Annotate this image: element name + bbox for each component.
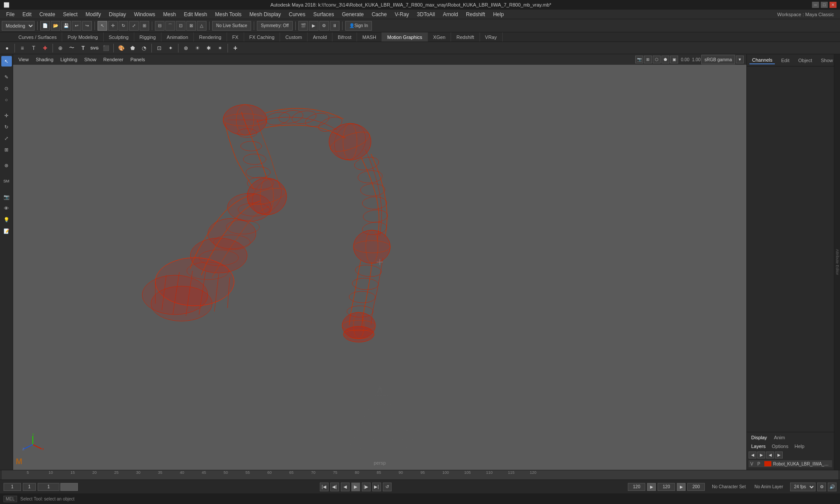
max-frame-btn[interactable]: ▶ [677, 483, 686, 491]
start-frame-input[interactable] [4, 483, 21, 491]
redo-btn[interactable]: ↪ [82, 21, 92, 31]
camera-btn[interactable]: 📷 [1, 192, 12, 202]
menu-edit[interactable]: Edit [19, 10, 35, 18]
select-tool-btn[interactable]: ↖ [98, 21, 107, 31]
tab-poly-modeling[interactable]: Poly Modeling [62, 32, 103, 42]
ipr-btn[interactable]: ▶ [309, 21, 318, 31]
minimize-button[interactable]: ─ [812, 2, 819, 8]
fps-dropdown[interactable]: 24 fps [790, 483, 816, 491]
rotate-btn[interactable]: ↻ [1, 122, 12, 132]
vp-solid-btn[interactable]: ⬟ [662, 56, 669, 63]
timeline-area[interactable]: 5 10 15 20 25 30 35 40 45 50 55 60 65 70… [0, 470, 840, 480]
menu-create[interactable]: Create [36, 10, 59, 18]
view-btn[interactable]: 👁 [1, 203, 12, 214]
play-back-btn[interactable]: ◀ [341, 483, 350, 491]
shelf-target[interactable]: ⊗ [181, 43, 191, 53]
menu-mesh-tools[interactable]: Mesh Tools [212, 10, 245, 18]
pause-btn[interactable]: ⏸ [330, 21, 340, 31]
layer-nav-btn1[interactable]: ◀ [749, 452, 756, 458]
layer-nav-btn3[interactable]: ◀ [766, 452, 774, 458]
shelf-fx1[interactable]: ✱ [203, 43, 214, 53]
loop-btn[interactable]: ↺ [383, 483, 392, 491]
tab-arnold[interactable]: Arnold [308, 32, 332, 42]
rs-tab-object[interactable]: Object [795, 57, 815, 64]
vp-grid-btn[interactable]: ⊞ [644, 56, 652, 63]
layers-sub-tab[interactable]: Layers [749, 443, 768, 450]
rs-tab-show[interactable]: Show [818, 57, 836, 64]
shelf-sphere[interactable]: ⊕ [55, 43, 66, 53]
transform-tool-btn[interactable]: ⊞ [140, 21, 149, 31]
display-tab[interactable]: Display [749, 434, 770, 441]
render-settings-btn[interactable]: ⚙ [319, 21, 329, 31]
sign-in-btn[interactable]: 👤 Sign In [345, 21, 372, 31]
shelf-text[interactable]: T [78, 43, 88, 53]
viewport[interactable]: View Shading Lighting Show Renderer Pane… [13, 54, 746, 470]
menu-display[interactable]: Display [105, 10, 130, 18]
snap-view-btn[interactable]: ⊠ [186, 21, 196, 31]
scale-tool-btn[interactable]: ⤢ [129, 21, 139, 31]
close-button[interactable]: ✕ [830, 2, 836, 8]
shelf-light2[interactable]: ✦ [165, 43, 176, 53]
no-live-surface-btn[interactable]: No Live Surface [212, 21, 251, 31]
skip-to-end-btn[interactable]: ▶| [372, 483, 381, 491]
scale-btn[interactable]: ⤢ [1, 133, 12, 144]
tab-animation[interactable]: Animation [161, 32, 194, 42]
tab-fx[interactable]: FX [227, 32, 244, 42]
vp-cam-btn[interactable]: 📷 [635, 56, 643, 63]
new-scene-btn[interactable]: 📄 [40, 21, 50, 31]
open-btn[interactable]: 📂 [51, 21, 60, 31]
rotate-tool-btn[interactable]: ↻ [119, 21, 128, 31]
undo-btn[interactable]: ↩ [72, 21, 81, 31]
menu-help[interactable]: Help [490, 10, 508, 18]
lasso-btn[interactable]: ○ [1, 94, 12, 105]
shelf-fx2[interactable]: ✶ [215, 43, 225, 53]
frame-range-btn[interactable]: ▶ [647, 483, 656, 491]
shelf-wave[interactable]: 〜 [66, 43, 77, 53]
vp-wire-btn[interactable]: ⬡ [653, 56, 661, 63]
universal-btn[interactable]: ⊞ [1, 144, 12, 155]
save-btn[interactable]: 💾 [61, 21, 71, 31]
tab-xgen[interactable]: XGen [428, 32, 451, 42]
tab-bifrost[interactable]: Bifrost [332, 32, 357, 42]
play-forward-btn[interactable]: ▶ [351, 483, 360, 491]
vp-colorspace-dropdown[interactable]: ▼ [736, 56, 744, 63]
render-btn[interactable]: 🎬 [298, 21, 308, 31]
rs-tab-channels[interactable]: Channels [749, 56, 775, 64]
shelf-t2[interactable]: ✚ [40, 43, 50, 53]
vp-colorspace-btn[interactable]: sRGB gamma [701, 55, 735, 64]
menu-windows[interactable]: Windows [130, 10, 159, 18]
vp-menu-renderer[interactable]: Renderer [101, 56, 126, 63]
shelf-svg[interactable]: SVG [89, 43, 100, 53]
menu-edit-mesh[interactable]: Edit Mesh [180, 10, 210, 18]
layer-nav-btn4[interactable]: ▶ [775, 452, 783, 458]
snap-grid-btn[interactable]: ⊟ [155, 21, 164, 31]
vp-tex-btn[interactable]: ▣ [670, 56, 678, 63]
menu-vray[interactable]: V-Ray [391, 10, 413, 18]
shelf-curve[interactable]: ◔ [139, 43, 149, 53]
maximize-button[interactable]: □ [821, 2, 828, 8]
tab-fx-caching[interactable]: FX Caching [244, 32, 280, 42]
shelf-t1[interactable]: T [28, 43, 39, 53]
rs-tab-edit[interactable]: Edit [778, 57, 792, 64]
annotation-btn[interactable]: 📝 [1, 226, 12, 236]
total-frames-input[interactable] [687, 483, 705, 491]
move-tool-btn[interactable]: ✛ [108, 21, 118, 31]
vp-menu-show[interactable]: Show [82, 56, 99, 63]
module-dropdown[interactable]: Modeling [2, 21, 35, 31]
tab-rendering[interactable]: Rendering [194, 32, 227, 42]
menu-mesh[interactable]: Mesh [160, 10, 179, 18]
tab-rigging[interactable]: Rigging [134, 32, 161, 42]
audio-btn[interactable]: 🔊 [828, 483, 836, 491]
menu-file[interactable]: File [3, 10, 18, 18]
move-btn[interactable]: ✛ [1, 110, 12, 121]
select-mode-btn[interactable]: ↖ [1, 56, 12, 66]
shelf-menu[interactable]: ≡ [17, 43, 28, 53]
range-slider[interactable] [60, 483, 78, 491]
shelf-plus[interactable]: + [230, 43, 241, 53]
end-frame-input[interactable] [628, 483, 645, 491]
max-frame-input[interactable] [658, 483, 675, 491]
symmetry-btn[interactable]: Symmetry: Off [257, 21, 293, 31]
menu-generate[interactable]: Generate [338, 10, 367, 18]
timeline-ruler[interactable]: 5 10 15 20 25 30 35 40 45 50 55 60 65 70… [2, 470, 838, 480]
tab-motion-graphics[interactable]: Motion Graphics [382, 32, 428, 42]
